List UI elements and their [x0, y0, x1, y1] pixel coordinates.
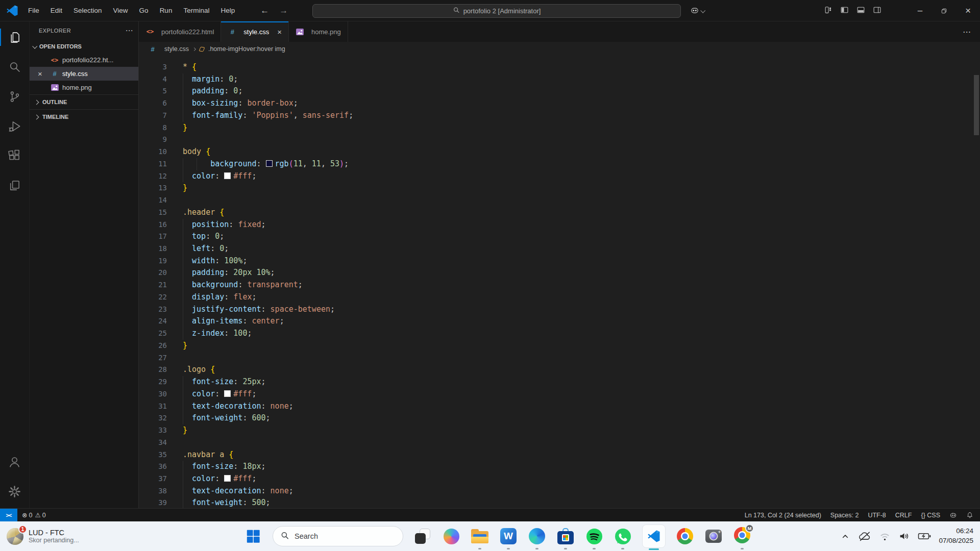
volume-icon[interactable] [898, 531, 910, 541]
taskbar-chrome-icon[interactable] [676, 527, 694, 545]
section-outline[interactable]: OUTLINE [30, 94, 138, 109]
nav-forward-icon[interactable]: → [279, 6, 288, 16]
code-line[interactable]: 37 color: #fff; [139, 473, 980, 485]
taskbar-edge-icon[interactable] [528, 527, 546, 545]
menu-go[interactable]: Go [134, 4, 154, 17]
activity-remote-explorer-icon[interactable] [0, 172, 30, 198]
tab-style-css[interactable]: #style.css× [221, 21, 289, 42]
taskbar-clock[interactable]: 06:24 07/08/2025 [939, 527, 973, 546]
close-button[interactable]: × [956, 0, 980, 21]
customize-layout-icon[interactable] [824, 6, 832, 16]
taskbar-task-view-icon[interactable] [413, 527, 432, 545]
section-timeline[interactable]: TIMELINE [30, 109, 138, 124]
tray-chevron-icon[interactable] [840, 531, 850, 541]
eol[interactable]: CRLF [895, 512, 912, 519]
activity-run-and-debug-icon[interactable] [0, 113, 30, 139]
taskbar-word-icon[interactable]: W [499, 527, 518, 545]
code-line[interactable]: 5 padding: 0; [139, 85, 980, 97]
code-line[interactable]: 33} [139, 424, 980, 437]
color-swatch[interactable] [224, 475, 231, 482]
problems-status[interactable]: ⊗0 ⚠0 [22, 511, 46, 519]
menu-help[interactable]: Help [215, 4, 240, 17]
code-line[interactable]: 6 box-sizing: border-box; [139, 97, 980, 110]
code-line[interactable]: 27 [139, 352, 980, 364]
code-line[interactable]: 28.logo { [139, 364, 980, 376]
open-editor-style-css[interactable]: ×#style.css [30, 67, 138, 81]
menu-run[interactable]: Run [155, 4, 178, 17]
code-line[interactable]: 39 font-weight: 500; [139, 497, 980, 508]
close-icon[interactable]: × [38, 69, 42, 78]
toggle-panel-icon[interactable] [856, 6, 865, 16]
code-line[interactable]: 15.header { [139, 207, 980, 219]
toggle-primary-sidebar-icon[interactable] [840, 6, 849, 16]
taskbar-search[interactable]: Search [273, 526, 403, 546]
code-line[interactable]: 19 width: 100%; [139, 255, 980, 267]
tab-portofolio222-html[interactable]: <>portofolio222.html [139, 21, 221, 42]
menu-edit[interactable]: Edit [45, 4, 67, 17]
remote-indicator[interactable]: >< [0, 509, 17, 521]
code-line[interactable]: 23 justify-content: space-between; [139, 304, 980, 316]
indentation[interactable]: Spaces: 2 [830, 512, 859, 519]
taskbar-copilot-icon[interactable] [442, 527, 460, 545]
command-center-search[interactable]: portofolio 2 [Administrator] [312, 4, 681, 18]
color-swatch[interactable] [224, 172, 231, 179]
taskbar-whatsapp-icon[interactable] [614, 527, 632, 545]
taskbar-chrome-profile-icon[interactable]: M [733, 527, 751, 545]
code-line[interactable]: 10body { [139, 146, 980, 158]
close-icon[interactable]: × [277, 28, 282, 36]
editor-scrollbar[interactable] [974, 75, 979, 135]
restore-button[interactable] [932, 0, 956, 21]
notifications-bell[interactable] [966, 511, 973, 519]
wifi-icon[interactable] [879, 531, 891, 541]
explorer-more-actions[interactable]: ⋯ [126, 26, 133, 35]
language-mode[interactable]: {} CSS [921, 512, 940, 519]
code-line[interactable]: 16 position: fixed; [139, 219, 980, 231]
code-line[interactable]: 3* { [139, 61, 980, 73]
start-button[interactable] [244, 527, 262, 545]
menu-selection[interactable]: Selection [68, 4, 107, 17]
activity-accounts-icon[interactable] [0, 449, 30, 474]
color-swatch[interactable] [266, 160, 273, 167]
nav-back-icon[interactable]: ← [260, 6, 269, 16]
code-line[interactable]: 26} [139, 340, 980, 352]
code-line[interactable]: 14 [139, 194, 980, 207]
code-line[interactable]: 38 text-decoration: none; [139, 485, 980, 497]
taskbar-microsoft-store-icon[interactable] [556, 527, 575, 545]
code-line[interactable]: 36 font-size: 18px; [139, 461, 980, 473]
code-line[interactable]: 8} [139, 122, 980, 134]
code-line[interactable]: 31 text-decoration: none; [139, 400, 980, 413]
taskbar-vscode-icon[interactable] [642, 524, 666, 548]
color-swatch[interactable] [224, 390, 231, 397]
menu-view[interactable]: View [108, 4, 133, 17]
code-line[interactable]: 21 background: transparent; [139, 279, 980, 291]
taskbar-file-explorer-icon[interactable] [471, 527, 489, 545]
menu-file[interactable]: File [23, 4, 44, 17]
code-line[interactable]: 30 color: #fff; [139, 388, 980, 400]
open-editor-portofolio222-ht-[interactable]: <>portofolio222.ht... [30, 53, 138, 67]
code-editor[interactable]: 3* {4 margin: 0;5 padding: 0;6 box-sizin… [139, 56, 980, 508]
code-line[interactable]: 12 color: #fff; [139, 170, 980, 183]
code-line[interactable]: 35.navbar a { [139, 449, 980, 461]
code-line[interactable]: 25 z-index: 100; [139, 328, 980, 340]
breadcrumb-file[interactable]: style.css [164, 45, 189, 53]
taskbar-camera-icon[interactable]: + [704, 527, 723, 545]
activity-source-control-icon[interactable] [0, 84, 30, 109]
code-line[interactable]: 18 left: 0; [139, 243, 980, 255]
battery-icon[interactable] [918, 532, 931, 541]
code-line[interactable]: 13} [139, 182, 980, 194]
code-line[interactable]: 32 font-weight: 600; [139, 412, 980, 424]
minimize-button[interactable]: – [908, 0, 932, 21]
code-line[interactable]: 4 margin: 0; [139, 73, 980, 86]
activity-explorer-icon[interactable] [0, 24, 30, 50]
copilot-status[interactable] [949, 511, 957, 519]
taskbar-spotify-icon[interactable] [585, 527, 603, 545]
open-editor-home-png[interactable]: home.png [30, 81, 138, 94]
activity-settings-icon[interactable] [0, 479, 30, 504]
activity-extensions-icon[interactable] [0, 143, 30, 168]
code-line[interactable]: 7 font-family: 'Poppins', sans-serif; [139, 110, 980, 122]
taskbar-notification[interactable]: 1 LUD - FTC Skor pertanding... [7, 528, 79, 545]
activity-search-icon[interactable] [0, 54, 30, 80]
code-line[interactable]: 22 display: flex; [139, 291, 980, 304]
toggle-secondary-sidebar-icon[interactable] [873, 6, 881, 16]
copilot-button[interactable] [690, 0, 704, 21]
